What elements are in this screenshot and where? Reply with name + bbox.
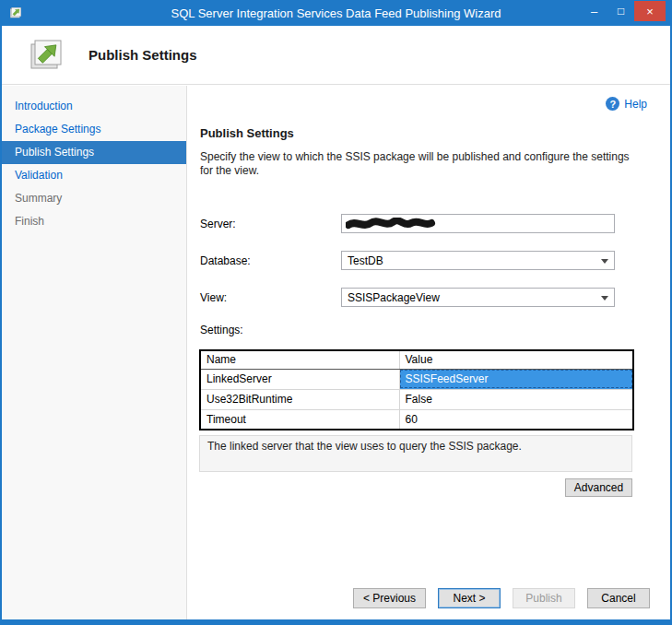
titlebar[interactable]: SQL Server Integration Services Data Fee… [2,0,670,26]
step-introduction[interactable]: Introduction [2,95,186,118]
section-description: Specify the view to which the SSIS packa… [200,150,643,178]
step-finish: Finish [2,210,186,233]
window-controls: – □ × [581,1,666,21]
table-row: LinkedServer SSISFeedServer [200,369,633,389]
footer-buttons: < Previous Next > Publish Cancel [353,588,650,608]
window-title: SQL Server Integration Services Data Fee… [2,6,670,20]
next-button[interactable]: Next > [438,588,501,608]
help-label: Help [624,98,647,111]
step-validation[interactable]: Validation [2,164,186,187]
setting-name-timeout[interactable]: Timeout [200,409,399,430]
publish-button: Publish [513,588,575,608]
content-pane: ? Help Publish Settings Specify the view… [187,86,670,619]
setting-value-linkedserver[interactable]: SSISFeedServer [399,369,633,389]
previous-button[interactable]: < Previous [353,588,426,608]
redacted-server-value [346,218,438,230]
setting-description: The linked server that the view uses to … [199,435,632,472]
setting-name-use32bitruntime[interactable]: Use32BitRuntime [200,389,399,409]
maximize-button[interactable]: □ [607,1,634,21]
column-header-name: Name [200,350,399,369]
close-button[interactable]: × [634,1,666,21]
table-row: Timeout 60 [200,409,633,430]
step-publish-settings[interactable]: Publish Settings [2,141,186,164]
minimize-button[interactable]: – [581,1,607,21]
settings-label: Settings: [200,324,243,336]
column-header-value: Value [399,350,633,369]
publish-settings-icon [26,37,66,74]
server-label: Server: [200,218,236,230]
help-icon: ? [606,97,619,111]
section-title: Publish Settings [200,126,294,140]
chevron-down-icon [601,296,608,301]
advanced-button[interactable]: Advanced [565,478,632,497]
view-value: SSISPackageView [348,291,440,304]
view-dropdown[interactable]: SSISPackageView [341,288,615,307]
setting-value-timeout[interactable]: 60 [399,409,633,430]
setting-value-use32bitruntime[interactable]: False [399,389,633,409]
server-input[interactable] [341,214,615,233]
cancel-button[interactable]: Cancel [587,588,650,608]
step-summary: Summary [2,187,186,210]
page-title: Publish Settings [88,47,197,63]
database-dropdown[interactable]: TestDB [341,251,615,270]
wizard-header: Publish Settings [2,26,670,85]
table-row: Use32BitRuntime False [200,389,633,409]
app-icon [8,6,23,20]
setting-name-linkedserver[interactable]: LinkedServer [200,369,399,389]
chevron-down-icon [601,259,608,264]
wizard-window: SQL Server Integration Services Data Fee… [0,0,672,625]
help-link[interactable]: ? Help [606,97,647,111]
database-value: TestDB [348,254,383,267]
wizard-steps: Introduction Package Settings Publish Se… [2,86,187,619]
step-package-settings[interactable]: Package Settings [2,118,186,141]
view-label: View: [200,291,227,304]
database-label: Database: [200,254,251,267]
settings-table: Name Value LinkedServer SSISFeedServer U… [199,349,634,430]
